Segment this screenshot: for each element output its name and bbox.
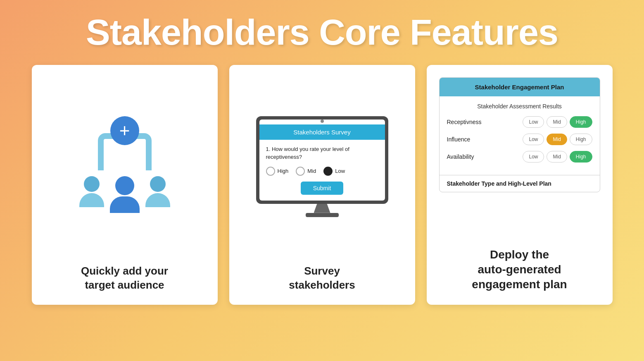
monitor-stand bbox=[314, 204, 330, 213]
person-head bbox=[150, 176, 166, 192]
btn-availability-low[interactable]: Low bbox=[523, 151, 544, 163]
monitor-base bbox=[306, 213, 339, 217]
submit-button[interactable]: Submit bbox=[301, 182, 344, 195]
survey-options: High Mid Low bbox=[266, 167, 378, 176]
survey-content: 1. How would you rate your level of rece… bbox=[259, 140, 385, 200]
monitor-dot bbox=[321, 120, 324, 123]
label-availability: Availability bbox=[447, 153, 492, 160]
engagement-plan-body: Stakeholder Assessment Results Receptivn… bbox=[440, 96, 600, 175]
option-high[interactable]: High bbox=[266, 167, 289, 176]
engagement-plan-header: Stakeholder Engagement Plan bbox=[440, 78, 600, 96]
person-body bbox=[145, 193, 170, 207]
label-receptivness: Receptivness bbox=[447, 119, 492, 125]
btn-receptivness-mid[interactable]: Mid bbox=[547, 116, 567, 128]
person-head bbox=[115, 176, 134, 195]
person-head bbox=[84, 176, 100, 192]
assessment-row-availability: Availability Low Mid High bbox=[447, 151, 592, 163]
card3-caption: Deploy the auto-generated engagement pla… bbox=[439, 243, 600, 292]
assessment-row-influence: Influence Low Mid High bbox=[447, 134, 592, 145]
btn-availability-high[interactable]: High bbox=[570, 151, 592, 163]
people-row-top bbox=[79, 176, 170, 213]
cards-container: + Quickly add your target au bbox=[0, 61, 644, 313]
person-figure-center bbox=[110, 176, 140, 213]
radio-low[interactable] bbox=[323, 167, 333, 176]
card3-inner: Stakeholder Engagement Plan Stakeholder … bbox=[439, 77, 600, 292]
card-engagement-plan: Stakeholder Engagement Plan Stakeholder … bbox=[427, 65, 613, 305]
monitor: Stakeholders Survey 1. How would you rat… bbox=[256, 116, 388, 203]
btn-receptivness-high[interactable]: High bbox=[570, 116, 592, 128]
person-figure-right bbox=[145, 176, 170, 213]
assessment-title: Stakeholder Assessment Results bbox=[447, 103, 592, 110]
survey-title-bar: Stakeholders Survey bbox=[259, 124, 385, 140]
option-low[interactable]: Low bbox=[323, 167, 345, 176]
card1-caption: Quickly add your target audience bbox=[81, 264, 168, 292]
radio-mid[interactable] bbox=[296, 167, 305, 176]
btn-receptivness-low[interactable]: Low bbox=[523, 116, 544, 128]
rating-buttons-availability: Low Mid High bbox=[523, 151, 592, 163]
engagement-plan-box: Stakeholder Engagement Plan Stakeholder … bbox=[439, 77, 600, 192]
bracket-shape: + bbox=[98, 133, 152, 170]
survey-illustration: Stakeholders Survey 1. How would you rat… bbox=[256, 77, 388, 256]
person-body bbox=[79, 193, 104, 207]
btn-influence-high[interactable]: High bbox=[570, 134, 592, 145]
btn-influence-mid[interactable]: Mid bbox=[547, 134, 567, 145]
add-icon-container: + bbox=[98, 117, 152, 170]
radio-high[interactable] bbox=[266, 167, 275, 176]
person-body bbox=[110, 196, 140, 213]
plus-circle-icon: + bbox=[110, 116, 139, 145]
card-survey: Stakeholders Survey 1. How would you rat… bbox=[229, 65, 415, 305]
card-add-audience: + Quickly add your target au bbox=[32, 65, 218, 305]
btn-availability-mid[interactable]: Mid bbox=[547, 151, 567, 163]
plan-footer: Stakeholder Type and High-Level Plan bbox=[440, 175, 600, 192]
person-figure-left bbox=[79, 176, 104, 213]
rating-buttons-influence: Low Mid High bbox=[523, 134, 592, 145]
btn-influence-low[interactable]: Low bbox=[523, 134, 544, 145]
rating-buttons-receptivness: Low Mid High bbox=[523, 116, 592, 128]
survey-question: 1. How would you rate your level of rece… bbox=[266, 146, 378, 160]
monitor-screen: Stakeholders Survey 1. How would you rat… bbox=[259, 120, 385, 200]
label-influence: Influence bbox=[447, 136, 492, 143]
add-audience-illustration: + bbox=[79, 77, 170, 256]
option-mid[interactable]: Mid bbox=[296, 167, 316, 176]
card2-caption: Survey stakeholders bbox=[289, 264, 355, 292]
page-title: Stakeholders Core Features bbox=[0, 0, 644, 61]
assessment-row-receptivness: Receptivness Low Mid High bbox=[447, 116, 592, 128]
